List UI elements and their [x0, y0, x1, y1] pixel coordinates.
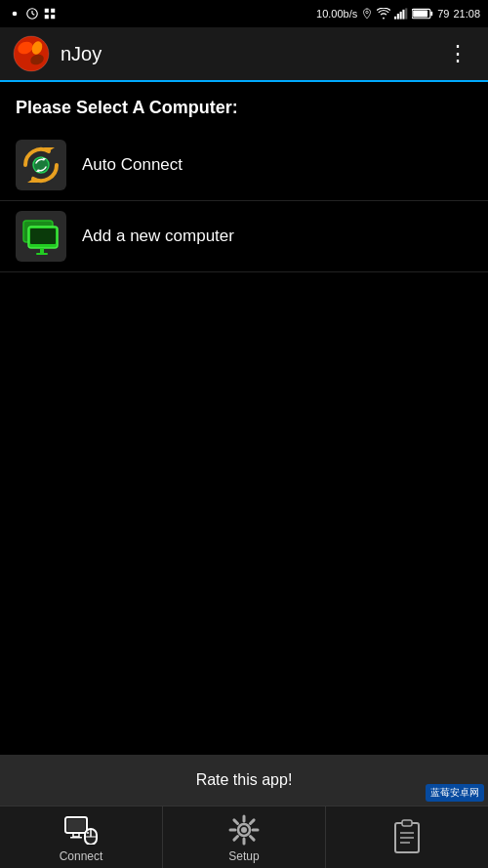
svg-rect-15 — [430, 12, 432, 17]
overflow-menu-button[interactable]: ⋮ — [439, 33, 476, 74]
auto-connect-icon — [16, 140, 66, 190]
svg-point-44 — [87, 832, 89, 834]
more-icon — [389, 819, 425, 854]
add-computer-label: Add a new computer — [82, 227, 234, 246]
svg-rect-13 — [405, 8, 407, 19]
watermark: 蓝莓安卓网 — [426, 784, 484, 802]
svg-point-8 — [367, 9, 368, 10]
section-title: Please Select A Computer: — [0, 82, 488, 130]
svg-rect-34 — [30, 228, 56, 244]
svg-line-53 — [251, 819, 255, 823]
bottom-nav-setup[interactable]: Setup — [163, 806, 326, 868]
svg-rect-16 — [413, 10, 427, 17]
status-bar-right: 10.00b/s 79 21:08 — [316, 8, 480, 20]
bottom-nav: Connect Setup — [0, 806, 488, 868]
status-bar-left — [8, 7, 57, 21]
connect-icon — [63, 812, 99, 847]
app-logo-icon — [12, 34, 51, 73]
network-speed: 10.00b/s — [316, 8, 357, 20]
rate-app-button[interactable]: Rate this app! — [0, 755, 488, 806]
battery-percent: 79 — [437, 8, 449, 20]
svg-rect-38 — [67, 819, 85, 831]
auto-connect-label: Auto Connect — [82, 155, 183, 175]
notification-icon — [8, 7, 21, 21]
bottom-nav-connect[interactable]: Connect — [0, 806, 163, 868]
battery-icon — [412, 8, 433, 20]
add-computer-item[interactable]: Add a new computer — [0, 201, 488, 272]
svg-rect-10 — [397, 14, 399, 20]
svg-rect-9 — [394, 17, 396, 20]
svg-rect-6 — [45, 15, 49, 19]
svg-rect-11 — [400, 12, 402, 20]
svg-point-46 — [241, 827, 247, 833]
clock-icon — [25, 7, 39, 21]
setup-tab-label: Setup — [228, 849, 259, 863]
grid-icon — [43, 7, 57, 21]
auto-connect-item[interactable]: Auto Connect — [0, 130, 488, 201]
app-bar-left: nJoy — [12, 34, 102, 73]
alarm-icon — [361, 8, 373, 20]
svg-point-0 — [13, 12, 18, 17]
app-title: nJoy — [61, 43, 102, 65]
time-display: 21:08 — [453, 8, 480, 20]
svg-rect-40 — [70, 837, 82, 839]
svg-line-52 — [251, 836, 255, 840]
svg-rect-12 — [403, 10, 405, 20]
svg-rect-4 — [45, 9, 49, 13]
svg-line-3 — [32, 14, 34, 15]
connect-tab-label: Connect — [60, 849, 103, 863]
app-bar: nJoy ⋮ — [0, 27, 488, 82]
add-computer-icon — [16, 211, 66, 262]
status-bar: 10.00b/s 79 21:08 — [0, 0, 488, 27]
main-content: Please Select A Computer: — [0, 82, 488, 272]
svg-line-51 — [234, 819, 238, 823]
rate-button-container: Rate this app! — [0, 755, 488, 806]
wifi-icon — [377, 8, 390, 20]
bottom-nav-more[interactable] — [326, 806, 488, 868]
svg-rect-35 — [40, 248, 44, 253]
setup-icon — [226, 812, 262, 847]
svg-rect-39 — [73, 833, 79, 837]
svg-rect-7 — [51, 15, 55, 19]
svg-rect-56 — [402, 820, 412, 826]
signal-icon — [394, 8, 408, 20]
svg-rect-5 — [51, 9, 55, 13]
svg-rect-36 — [36, 253, 48, 255]
svg-line-54 — [234, 836, 238, 840]
